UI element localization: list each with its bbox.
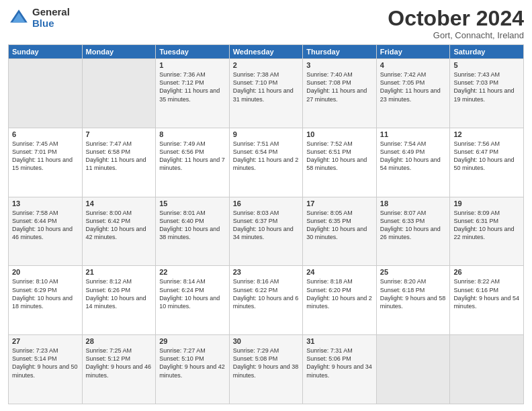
- calendar-week-row: 20Sunrise: 8:10 AM Sunset: 6:29 PM Dayli…: [9, 266, 524, 335]
- calendar-table: Sunday Monday Tuesday Wednesday Thursday…: [8, 44, 524, 404]
- calendar-header: Sunday Monday Tuesday Wednesday Thursday…: [9, 45, 524, 59]
- day-number: 31: [306, 337, 373, 345]
- day-number: 12: [453, 130, 520, 138]
- day-info: Sunrise: 7:45 AM Sunset: 7:01 PM Dayligh…: [12, 140, 79, 173]
- day-info: Sunrise: 7:40 AM Sunset: 7:08 PM Dayligh…: [306, 71, 373, 103]
- day-info: Sunrise: 7:29 AM Sunset: 5:08 PM Dayligh…: [233, 347, 300, 379]
- day-number: 28: [86, 337, 152, 345]
- calendar-cell: 25Sunrise: 8:20 AM Sunset: 6:18 PM Dayli…: [376, 266, 450, 335]
- day-info: Sunrise: 8:22 AM Sunset: 6:16 PM Dayligh…: [453, 277, 520, 310]
- day-number: 13: [12, 199, 79, 208]
- day-number: 9: [233, 130, 300, 138]
- title-block: October 2024 Gort, Connacht, Ireland: [388, 7, 524, 40]
- day-number: 8: [159, 130, 226, 138]
- calendar-cell: 10Sunrise: 7:52 AM Sunset: 6:51 PM Dayli…: [303, 128, 377, 197]
- day-number: 10: [306, 130, 373, 138]
- calendar-cell: 20Sunrise: 8:10 AM Sunset: 6:29 PM Dayli…: [9, 266, 83, 335]
- day-info: Sunrise: 7:47 AM Sunset: 6:58 PM Dayligh…: [86, 140, 152, 173]
- header-monday: Monday: [82, 45, 156, 59]
- day-number: 24: [306, 268, 373, 276]
- day-number: 26: [453, 268, 520, 276]
- calendar-cell: [82, 59, 156, 128]
- calendar-cell: 28Sunrise: 7:25 AM Sunset: 5:12 PM Dayli…: [82, 335, 156, 404]
- calendar-cell: 26Sunrise: 8:22 AM Sunset: 6:16 PM Dayli…: [450, 266, 524, 335]
- day-info: Sunrise: 8:20 AM Sunset: 6:18 PM Dayligh…: [380, 277, 447, 310]
- calendar-container: General Blue October 2024 Gort, Connacht…: [0, 0, 532, 411]
- day-info: Sunrise: 8:14 AM Sunset: 6:24 PM Dayligh…: [159, 277, 226, 310]
- day-number: 15: [159, 199, 226, 208]
- day-info: Sunrise: 8:01 AM Sunset: 6:40 PM Dayligh…: [159, 209, 226, 242]
- day-info: Sunrise: 7:43 AM Sunset: 7:03 PM Dayligh…: [453, 71, 520, 103]
- day-number: 2: [233, 61, 300, 69]
- day-number: 5: [453, 61, 520, 69]
- calendar-cell: 29Sunrise: 7:27 AM Sunset: 5:10 PM Dayli…: [156, 335, 230, 404]
- day-info: Sunrise: 7:58 AM Sunset: 6:44 PM Dayligh…: [12, 209, 79, 242]
- day-info: Sunrise: 7:56 AM Sunset: 6:47 PM Dayligh…: [453, 140, 520, 173]
- day-info: Sunrise: 7:36 AM Sunset: 7:12 PM Dayligh…: [159, 71, 226, 103]
- calendar-cell: 15Sunrise: 8:01 AM Sunset: 6:40 PM Dayli…: [156, 197, 230, 266]
- day-info: Sunrise: 7:52 AM Sunset: 6:51 PM Dayligh…: [306, 140, 373, 173]
- day-info: Sunrise: 7:25 AM Sunset: 5:12 PM Dayligh…: [86, 347, 152, 379]
- calendar-week-row: 1Sunrise: 7:36 AM Sunset: 7:12 PM Daylig…: [9, 59, 524, 128]
- day-number: 1: [159, 61, 226, 69]
- weekday-header-row: Sunday Monday Tuesday Wednesday Thursday…: [9, 45, 524, 59]
- day-info: Sunrise: 8:16 AM Sunset: 6:22 PM Dayligh…: [233, 277, 300, 310]
- header: General Blue October 2024 Gort, Connacht…: [8, 7, 524, 40]
- calendar-cell: 8Sunrise: 7:49 AM Sunset: 6:56 PM Daylig…: [156, 128, 230, 197]
- calendar-cell: 14Sunrise: 8:00 AM Sunset: 6:42 PM Dayli…: [82, 197, 156, 266]
- day-number: 20: [12, 268, 79, 276]
- calendar-cell: [450, 335, 524, 404]
- day-info: Sunrise: 8:12 AM Sunset: 6:26 PM Dayligh…: [86, 277, 152, 310]
- day-info: Sunrise: 8:00 AM Sunset: 6:42 PM Dayligh…: [86, 209, 152, 242]
- day-info: Sunrise: 7:31 AM Sunset: 5:06 PM Dayligh…: [306, 347, 373, 379]
- day-number: 6: [12, 130, 79, 138]
- day-info: Sunrise: 8:05 AM Sunset: 6:35 PM Dayligh…: [306, 209, 373, 242]
- day-number: 14: [86, 199, 152, 208]
- logo-text: General Blue: [32, 7, 70, 29]
- calendar-cell: 22Sunrise: 8:14 AM Sunset: 6:24 PM Dayli…: [156, 266, 230, 335]
- calendar-cell: 19Sunrise: 8:09 AM Sunset: 6:31 PM Dayli…: [450, 197, 524, 266]
- logo-blue: Blue: [32, 18, 70, 30]
- header-friday: Friday: [376, 45, 450, 59]
- calendar-cell: 2Sunrise: 7:38 AM Sunset: 7:10 PM Daylig…: [229, 59, 303, 128]
- day-info: Sunrise: 7:27 AM Sunset: 5:10 PM Dayligh…: [159, 347, 226, 379]
- calendar-cell: 21Sunrise: 8:12 AM Sunset: 6:26 PM Dayli…: [82, 266, 156, 335]
- calendar-cell: 13Sunrise: 7:58 AM Sunset: 6:44 PM Dayli…: [9, 197, 83, 266]
- day-number: 7: [86, 130, 152, 138]
- calendar-cell: 18Sunrise: 8:07 AM Sunset: 6:33 PM Dayli…: [376, 197, 450, 266]
- calendar-body: 1Sunrise: 7:36 AM Sunset: 7:12 PM Daylig…: [9, 59, 524, 404]
- calendar-cell: 1Sunrise: 7:36 AM Sunset: 7:12 PM Daylig…: [156, 59, 230, 128]
- calendar-cell: 30Sunrise: 7:29 AM Sunset: 5:08 PM Dayli…: [229, 335, 303, 404]
- day-number: 18: [380, 199, 447, 208]
- day-number: 11: [380, 130, 447, 138]
- day-info: Sunrise: 7:54 AM Sunset: 6:49 PM Dayligh…: [380, 140, 447, 173]
- day-number: 23: [233, 268, 300, 276]
- header-thursday: Thursday: [303, 45, 377, 59]
- day-info: Sunrise: 7:23 AM Sunset: 5:14 PM Dayligh…: [12, 347, 79, 379]
- calendar-cell: 16Sunrise: 8:03 AM Sunset: 6:37 PM Dayli…: [229, 197, 303, 266]
- day-number: 25: [380, 268, 447, 276]
- month-title: October 2024: [388, 7, 524, 30]
- day-number: 21: [86, 268, 152, 276]
- day-number: 3: [306, 61, 373, 69]
- calendar-week-row: 13Sunrise: 7:58 AM Sunset: 6:44 PM Dayli…: [9, 197, 524, 266]
- logo: General Blue: [8, 7, 70, 29]
- day-info: Sunrise: 8:07 AM Sunset: 6:33 PM Dayligh…: [380, 209, 447, 242]
- header-sunday: Sunday: [9, 45, 83, 59]
- calendar-cell: 23Sunrise: 8:16 AM Sunset: 6:22 PM Dayli…: [229, 266, 303, 335]
- calendar-cell: [9, 59, 83, 128]
- day-number: 17: [306, 199, 373, 208]
- day-number: 16: [233, 199, 300, 208]
- calendar-cell: 7Sunrise: 7:47 AM Sunset: 6:58 PM Daylig…: [82, 128, 156, 197]
- day-number: 4: [380, 61, 447, 69]
- day-info: Sunrise: 7:49 AM Sunset: 6:56 PM Dayligh…: [159, 140, 226, 173]
- calendar-cell: 9Sunrise: 7:51 AM Sunset: 6:54 PM Daylig…: [229, 128, 303, 197]
- calendar-cell: 31Sunrise: 7:31 AM Sunset: 5:06 PM Dayli…: [303, 335, 377, 404]
- day-info: Sunrise: 7:38 AM Sunset: 7:10 PM Dayligh…: [233, 71, 300, 103]
- calendar-cell: 12Sunrise: 7:56 AM Sunset: 6:47 PM Dayli…: [450, 128, 524, 197]
- calendar-cell: 5Sunrise: 7:43 AM Sunset: 7:03 PM Daylig…: [450, 59, 524, 128]
- calendar-cell: 11Sunrise: 7:54 AM Sunset: 6:49 PM Dayli…: [376, 128, 450, 197]
- calendar-cell: 3Sunrise: 7:40 AM Sunset: 7:08 PM Daylig…: [303, 59, 377, 128]
- location-subtitle: Gort, Connacht, Ireland: [388, 30, 524, 40]
- calendar-cell: 6Sunrise: 7:45 AM Sunset: 7:01 PM Daylig…: [9, 128, 83, 197]
